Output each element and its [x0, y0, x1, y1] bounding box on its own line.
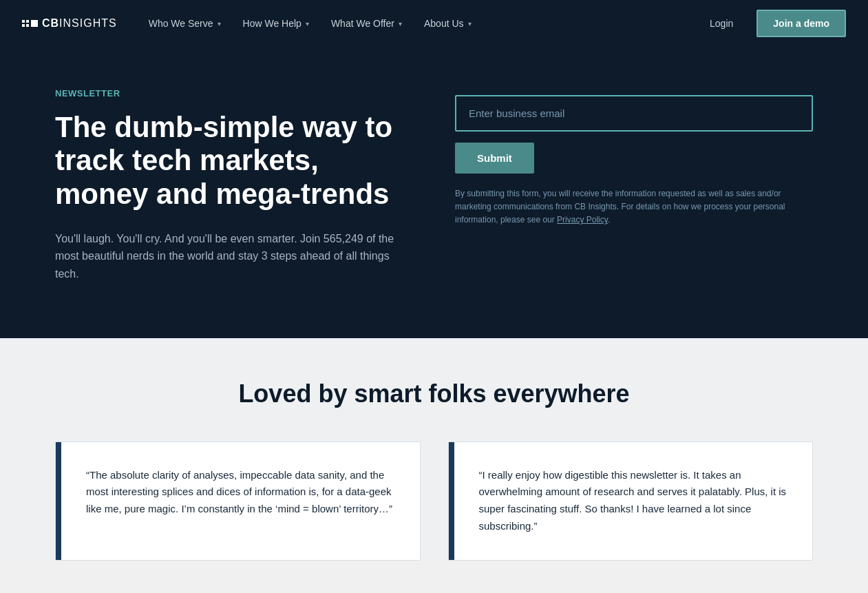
hero-form: Submit By submitting this form, you will… — [455, 88, 813, 227]
join-demo-button[interactable]: Join a demo — [756, 10, 846, 37]
legal-text: By submitting this form, you will receiv… — [455, 187, 813, 227]
testimonial-card-2: “I really enjoy how digestible this news… — [448, 441, 814, 561]
testimonial-text-2: “I really enjoy how digestible this news… — [474, 467, 788, 535]
hero-left: Newsletter The dumb-simple way to track … — [55, 88, 400, 283]
logo-squares — [22, 20, 29, 27]
testimonial-accent — [449, 442, 454, 560]
privacy-policy-link[interactable]: Privacy Policy — [557, 215, 608, 225]
nav-item-who-we-serve[interactable]: Who We Serve ▾ — [139, 12, 231, 34]
nav-item-how-we-help[interactable]: How We Help ▾ — [233, 12, 319, 34]
hero-label: Newsletter — [55, 88, 400, 98]
testimonial-accent — [56, 442, 61, 560]
chevron-down-icon: ▾ — [218, 20, 221, 28]
nav-items: Who We Serve ▾ How We Help ▾ What We Off… — [139, 10, 846, 37]
navbar: CBINSIGHTS Who We Serve ▾ How We Help ▾ … — [0, 0, 868, 47]
hero-title: The dumb-simple way to track tech market… — [55, 111, 400, 211]
login-link[interactable]: Login — [700, 12, 743, 34]
chevron-down-icon: ▾ — [399, 20, 402, 28]
logo-square — [31, 20, 38, 27]
email-input[interactable] — [455, 95, 813, 132]
logo-text: CBINSIGHTS — [42, 17, 117, 30]
nav-item-about-us[interactable]: About Us ▾ — [414, 12, 481, 34]
submit-button[interactable]: Submit — [455, 143, 534, 174]
nav-item-what-we-offer[interactable]: What We Offer ▾ — [321, 12, 412, 34]
testimonials-title: Loved by smart folks everywhere — [55, 379, 813, 408]
testimonials-grid: “The absolute clarity of analyses, impec… — [55, 441, 813, 561]
testimonials-section: Loved by smart folks everywhere “The abs… — [0, 338, 868, 561]
logo[interactable]: CBINSIGHTS — [22, 17, 117, 30]
hero-section: Newsletter The dumb-simple way to track … — [0, 47, 868, 338]
testimonial-text-1: “The absolute clarity of analyses, impec… — [81, 467, 395, 518]
chevron-down-icon: ▾ — [468, 20, 472, 28]
chevron-down-icon: ▾ — [306, 20, 309, 28]
testimonial-card-1: “The absolute clarity of analyses, impec… — [55, 441, 421, 561]
hero-description: You'll laugh. You'll cry. And you'll be … — [55, 230, 400, 283]
logo-icon — [22, 20, 38, 27]
